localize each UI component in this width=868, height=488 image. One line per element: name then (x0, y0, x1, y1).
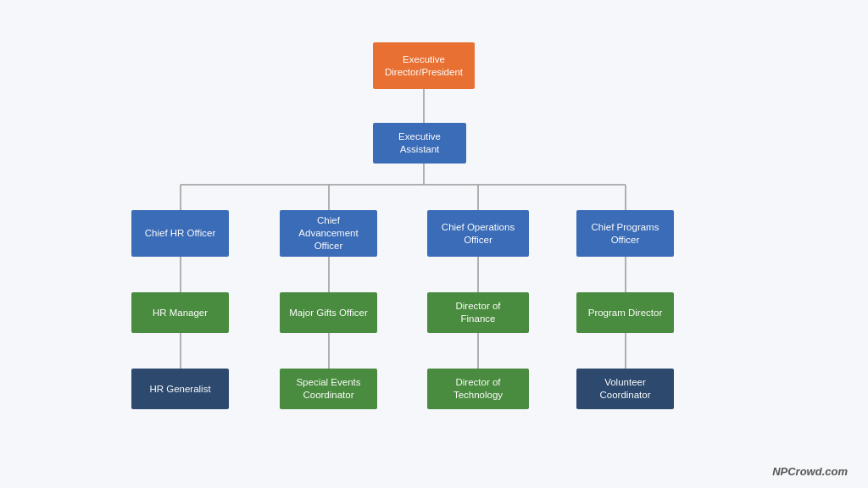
executive-assistant-node: ExecutiveAssistant (373, 123, 466, 164)
hr-manager-node: HR Manager (131, 292, 229, 333)
chief-operations-officer-node: Chief OperationsOfficer (427, 210, 529, 257)
hr-generalist-node: HR Generalist (131, 369, 229, 409)
exec-director-node: Executive Director/President (373, 42, 475, 89)
special-events-coordinator-node: Special EventsCoordinator (280, 369, 377, 409)
chief-programs-officer-node: Chief ProgramsOfficer (576, 210, 674, 257)
watermark: NPCrowd.com (772, 465, 848, 478)
director-of-technology-node: Director ofTechnology (427, 369, 529, 409)
chief-advancement-officer-node: ChiefAdvancementOfficer (280, 210, 377, 257)
chief-hr-officer-node: Chief HR Officer (131, 210, 229, 257)
director-of-finance-node: Director ofFinance (427, 292, 529, 333)
major-gifts-officer-node: Major Gifts Officer (280, 292, 377, 333)
org-chart: Executive Director/President ExecutiveAs… (0, 0, 868, 488)
program-director-node: Program Director (576, 292, 674, 333)
volunteer-coordinator-node: VolunteerCoordinator (576, 369, 674, 409)
